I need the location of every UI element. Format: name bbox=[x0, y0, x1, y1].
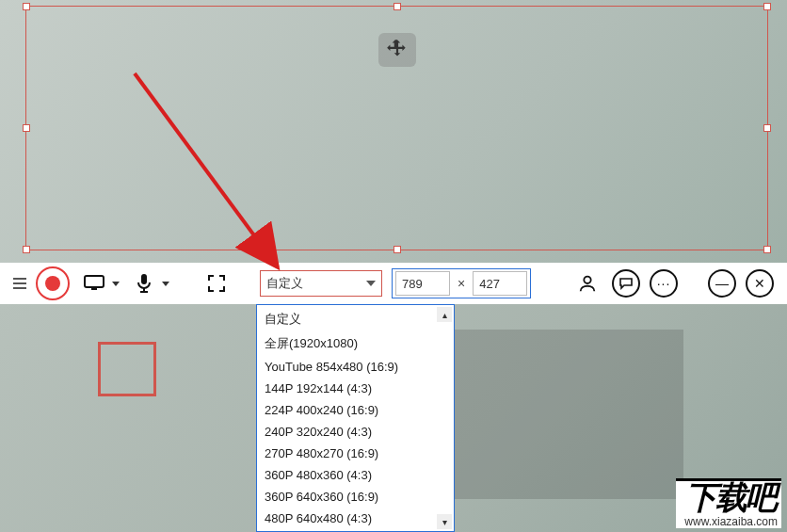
ellipsis-icon: ··· bbox=[657, 276, 671, 291]
dimension-group: × bbox=[392, 268, 531, 298]
dimension-separator: × bbox=[454, 276, 469, 291]
display-source-button[interactable] bbox=[79, 270, 120, 297]
preset-option[interactable]: 240P 320x240 (4:3) bbox=[257, 421, 454, 443]
preset-option[interactable]: 360P 640x360 (16:9) bbox=[257, 486, 454, 508]
microphone-icon bbox=[129, 270, 159, 297]
preset-option[interactable]: 自定义 bbox=[257, 307, 454, 331]
preset-dropdown[interactable]: 自定义 bbox=[260, 270, 382, 297]
move-region-handle[interactable] bbox=[378, 33, 416, 67]
preset-option[interactable]: 全屏(1920x1080) bbox=[257, 331, 454, 356]
watermark-url: www.xiazaiba.com bbox=[676, 515, 781, 528]
preset-option[interactable]: 224P 400x240 (16:9) bbox=[257, 399, 454, 421]
scroll-up-button[interactable]: ▴ bbox=[437, 307, 452, 322]
watermark: 下载吧 www.xiazaiba.com bbox=[676, 478, 781, 528]
svg-rect-3 bbox=[141, 274, 147, 284]
user-icon bbox=[577, 273, 598, 294]
minimize-icon: — bbox=[715, 276, 729, 291]
mic-button[interactable] bbox=[129, 270, 169, 297]
fullscreen-button[interactable] bbox=[201, 270, 232, 297]
expand-icon bbox=[207, 274, 226, 293]
watermark-brand: 下载吧 bbox=[676, 478, 781, 515]
scroll-down-button[interactable]: ▾ bbox=[437, 514, 452, 529]
move-icon bbox=[385, 38, 410, 62]
svg-point-6 bbox=[584, 277, 590, 283]
width-input[interactable] bbox=[395, 271, 450, 296]
record-icon bbox=[45, 276, 60, 291]
close-button[interactable]: ✕ bbox=[746, 269, 774, 298]
svg-rect-2 bbox=[91, 288, 97, 290]
record-button[interactable] bbox=[36, 266, 70, 300]
chat-icon bbox=[618, 277, 634, 290]
minimize-button[interactable]: — bbox=[708, 269, 736, 298]
close-icon: ✕ bbox=[754, 276, 765, 291]
chat-button[interactable] bbox=[612, 269, 640, 298]
more-button[interactable]: ··· bbox=[650, 269, 678, 298]
preset-option[interactable]: 144P 192x144 (4:3) bbox=[257, 378, 454, 399]
height-input[interactable] bbox=[473, 271, 527, 296]
svg-rect-1 bbox=[85, 276, 104, 287]
preset-option[interactable]: 360P 480x360 (4:3) bbox=[257, 464, 454, 486]
chevron-down-icon bbox=[162, 282, 169, 286]
preset-dropdown-list: ▴ 自定义 全屏(1920x1080) YouTube 854x480 (16:… bbox=[256, 304, 455, 532]
chevron-down-icon: ▾ bbox=[442, 517, 447, 527]
user-button[interactable] bbox=[572, 270, 602, 297]
chevron-down-icon bbox=[112, 282, 120, 286]
recorder-toolbar: 自定义 × ··· — ✕ bbox=[0, 263, 787, 304]
preset-option[interactable]: 270P 480x270 (16:9) bbox=[257, 443, 454, 464]
preset-selected-label: 自定义 bbox=[266, 275, 366, 292]
monitor-icon bbox=[79, 270, 109, 297]
preset-option[interactable]: YouTube 854x480 (16:9) bbox=[257, 356, 454, 378]
chevron-down-icon bbox=[366, 281, 376, 286]
preset-option[interactable]: 480P 640x480 (4:3) bbox=[257, 508, 454, 529]
chevron-up-icon: ▴ bbox=[442, 310, 447, 320]
decor-red-square bbox=[98, 342, 156, 396]
menu-button[interactable] bbox=[13, 278, 26, 289]
